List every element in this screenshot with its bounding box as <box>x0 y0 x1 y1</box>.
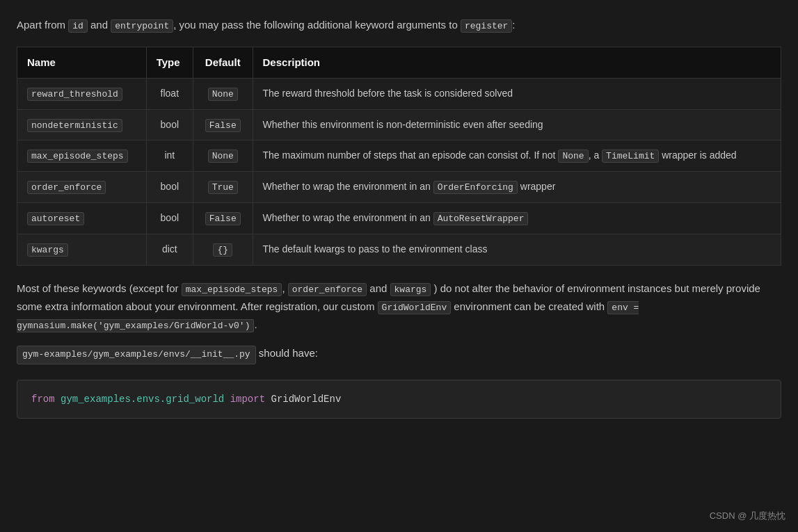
col-default: Default <box>193 47 253 78</box>
table-body: reward_threshold float None The reward t… <box>17 78 781 265</box>
desc-text: Whether to wrap the environment in an <box>263 212 433 223</box>
cell-default: True <box>193 172 253 203</box>
register-code: register <box>461 19 512 33</box>
type-value: bool <box>161 212 179 223</box>
cell-name: kwargs <box>17 234 147 265</box>
footer-text-3: environment can be created with <box>451 300 607 312</box>
footer-paragraph-1: Most of these keywords (except for max_e… <box>17 280 781 334</box>
gridworldenv-code: GridWorldEnv <box>378 301 452 314</box>
desc-text: The maximum number of steps that an epis… <box>263 150 559 161</box>
col-type: Type <box>146 47 193 78</box>
none-code: None <box>558 150 588 163</box>
intro-and: and <box>88 19 111 31</box>
cell-name: nondeterministic <box>17 109 147 140</box>
kwargs-code: kwargs <box>390 283 431 296</box>
default-code: None <box>208 150 238 163</box>
timelimit-code: TimeLimit <box>602 150 659 163</box>
cell-name: max_episode_steps <box>17 140 147 172</box>
table-row: max_episode_steps int None The maximum n… <box>17 140 781 172</box>
table-row: autoreset bool False Whether to wrap the… <box>17 202 781 234</box>
type-value: bool <box>161 181 179 192</box>
footer-period: . <box>254 319 257 330</box>
type-value: float <box>161 88 179 99</box>
cell-default: False <box>193 202 253 234</box>
name-code: order_enforce <box>27 181 106 194</box>
cell-description: Whether this environment is non-determin… <box>253 109 781 140</box>
table-header-row: Name Type Default Description <box>17 47 781 78</box>
cell-type: bool <box>146 172 193 203</box>
desc-text: Whether this environment is non-determin… <box>263 119 543 130</box>
footer-comma-1: , <box>282 282 287 294</box>
cell-default: None <box>193 78 253 109</box>
name-code: autoreset <box>27 212 84 225</box>
default-code: {} <box>213 243 232 257</box>
orderenforcing-code: OrderEnforcing <box>433 181 518 194</box>
class-name: GridWorldEnv <box>271 394 341 405</box>
cell-description: The default kwargs to pass to the enviro… <box>253 234 781 265</box>
cell-type: bool <box>146 202 193 234</box>
desc-text: Whether to wrap the environment in an <box>263 181 433 192</box>
col-name: Name <box>17 47 147 78</box>
cell-type: bool <box>146 109 193 140</box>
table-row: order_enforce bool True Whether to wrap … <box>17 172 781 203</box>
table-row: nondeterministic bool False Whether this… <box>17 109 781 140</box>
file-path-code: gym-examples/gym_examples/envs/__init__.… <box>17 346 256 364</box>
intro-end: : <box>512 19 515 31</box>
cell-description: The reward threshold before the task is … <box>253 78 781 109</box>
cell-name: order_enforce <box>17 172 147 203</box>
footer-text-1: Most of these keywords (except for <box>17 282 182 294</box>
cell-default: None <box>193 140 253 172</box>
type-value: int <box>164 150 175 161</box>
order-enforce-code: order_enforce <box>288 283 367 296</box>
module-name: gym_examples.envs.grid_world <box>61 394 230 405</box>
cell-default: {} <box>193 234 253 265</box>
from-keyword: from <box>31 394 55 405</box>
table-row: kwargs dict {} The default kwargs to pas… <box>17 234 781 265</box>
default-code: True <box>208 181 238 194</box>
max-episode-steps-code: max_episode_steps <box>182 283 282 296</box>
cell-description: Whether to wrap the environment in an Au… <box>253 202 781 234</box>
import-keyword: import <box>230 394 265 405</box>
cell-description: The maximum number of steps that an epis… <box>253 140 781 172</box>
desc-comma: , a <box>589 150 602 161</box>
cell-type: int <box>146 140 193 172</box>
autoresetwrapper-code: AutoResetWrapper <box>433 212 529 225</box>
entrypoint-code: entrypoint <box>111 19 173 33</box>
file-path-paragraph: gym-examples/gym_examples/envs/__init__.… <box>17 345 781 374</box>
desc-text: The default kwargs to pass to the enviro… <box>263 243 488 255</box>
type-value: bool <box>161 119 179 130</box>
cell-type: float <box>146 78 193 109</box>
col-description: Description <box>253 47 781 78</box>
intro-middle: , you may pass the following additional … <box>173 19 461 31</box>
table-row: reward_threshold float None The reward t… <box>17 78 781 109</box>
cell-type: dict <box>146 234 193 265</box>
cell-name: reward_threshold <box>17 78 147 109</box>
desc-end: wrapper is added <box>659 150 736 161</box>
default-code: False <box>205 119 241 132</box>
default-code: False <box>205 212 241 225</box>
arguments-table: Name Type Default Description reward_thr… <box>17 47 781 266</box>
cell-name: autoreset <box>17 202 147 234</box>
should-have-text: should have: <box>256 347 318 359</box>
intro-text-before-id: Apart from <box>17 19 68 31</box>
name-code: nondeterministic <box>27 119 122 132</box>
id-code: id <box>68 19 88 33</box>
name-code: kwargs <box>27 243 68 257</box>
table-header: Name Type Default Description <box>17 47 781 78</box>
code-block: from gym_examples.envs.grid_world import… <box>17 380 781 419</box>
desc-text: The reward threshold before the task is … <box>263 88 513 99</box>
intro-paragraph: Apart from id and entrypoint, you may pa… <box>17 17 781 34</box>
name-code: max_episode_steps <box>27 150 128 163</box>
cell-description: Whether to wrap the environment in an Or… <box>253 172 781 203</box>
footer-and: and <box>367 282 390 294</box>
default-code: None <box>208 88 238 101</box>
name-code: reward_threshold <box>27 88 122 101</box>
cell-default: False <box>193 109 253 140</box>
type-value: dict <box>162 243 177 255</box>
desc-end: wrapper <box>518 181 555 192</box>
